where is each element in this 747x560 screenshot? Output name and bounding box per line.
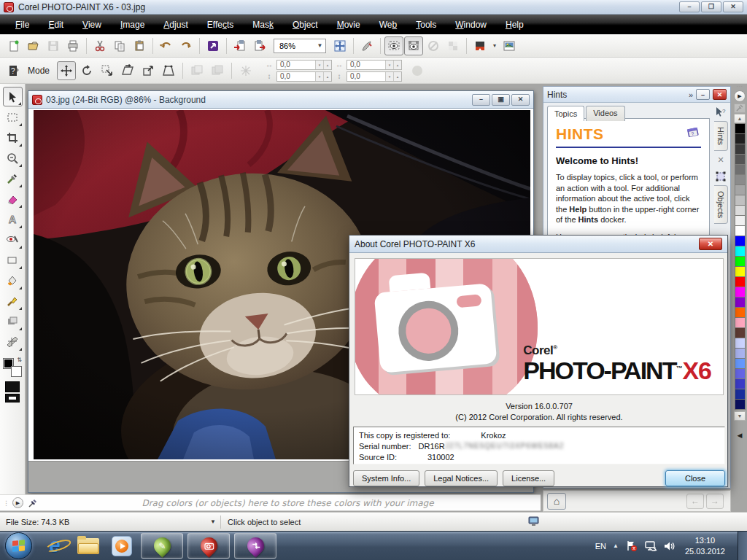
copy-icon[interactable] — [110, 36, 129, 55]
color-swatch[interactable] — [735, 246, 746, 257]
chevron-down-icon[interactable]: ▼ — [314, 39, 325, 52]
about-close-icon[interactable]: ✕ — [699, 238, 722, 250]
color-swatch[interactable] — [735, 276, 746, 287]
rectangle-shape-tool[interactable] — [3, 250, 23, 270]
tray-clock[interactable]: 13:10 25.03.2012 — [685, 535, 725, 556]
taskbar-explorer-icon[interactable] — [71, 532, 105, 560]
status-dropdown-icon[interactable]: ▼ — [210, 518, 216, 525]
color-swatch[interactable] — [735, 297, 746, 308]
apply-duplicate-icon[interactable] — [208, 61, 227, 80]
hints-docker-titlebar[interactable]: Hints » – ✕ — [543, 87, 730, 103]
color-swatch[interactable] — [735, 266, 746, 277]
restore-button[interactable]: ❐ — [701, 1, 721, 12]
menu-mask[interactable]: Mask — [243, 16, 283, 34]
zoom-fit-icon[interactable] — [330, 36, 349, 55]
eyedropper-tool[interactable] — [3, 168, 23, 188]
anchor-point-icon[interactable] — [236, 61, 255, 80]
palette-options-icon[interactable]: ▶ — [734, 90, 746, 102]
eraser-tool[interactable] — [3, 189, 23, 209]
perspective-mode-icon[interactable] — [159, 61, 178, 80]
rotate-mode-icon[interactable] — [77, 61, 96, 80]
show-object-marquee-icon[interactable] — [404, 36, 423, 55]
about-dialog-titlebar[interactable]: About Corel PHOTO-PAINT X6 ✕ — [349, 236, 727, 253]
language-indicator[interactable]: EN — [595, 542, 606, 551]
paper-color-swatch[interactable] — [5, 394, 20, 402]
pick-tool[interactable] — [3, 87, 23, 106]
position-x-field[interactable]: 0,0▾▴ — [276, 60, 332, 70]
color-swatch[interactable] — [735, 348, 746, 359]
translate-mode-icon[interactable] — [57, 61, 76, 80]
system-info-button[interactable]: System Info... — [353, 470, 419, 486]
menu-edit[interactable]: Edit — [39, 16, 73, 34]
menu-object[interactable]: Object — [283, 16, 328, 34]
paste-icon[interactable] — [130, 36, 149, 55]
color-swatch[interactable] — [735, 307, 746, 318]
color-swatch[interactable] — [735, 256, 746, 267]
apply-transform-icon[interactable] — [187, 61, 206, 80]
position-y-field[interactable]: 0,0▾▴ — [276, 71, 332, 82]
tab-videos[interactable]: Videos — [586, 106, 624, 121]
search-content-icon[interactable] — [204, 36, 222, 55]
color-swatch[interactable] — [735, 287, 746, 298]
volume-icon[interactable] — [664, 541, 676, 551]
color-swatch[interactable] — [735, 236, 746, 246]
menu-image[interactable]: Image — [111, 16, 154, 34]
undo-icon[interactable] — [157, 36, 176, 55]
vtab-objects[interactable]: Objects — [714, 185, 728, 224]
back-icon[interactable]: ← — [686, 494, 704, 509]
minimize-button[interactable]: – — [679, 1, 700, 12]
vtab-close-icon[interactable]: ✕ — [717, 155, 724, 165]
display-settings-icon[interactable] — [528, 516, 539, 526]
clear-mask-icon[interactable] — [444, 36, 462, 55]
color-swatch[interactable] — [735, 389, 746, 400]
network-icon[interactable] — [644, 541, 657, 551]
menu-view[interactable]: View — [73, 16, 111, 34]
skew-mode-icon[interactable] — [118, 61, 137, 80]
paint-tool[interactable] — [3, 291, 23, 311]
taskbar-ie-icon[interactable]: e — [38, 532, 71, 560]
position-mode-icon[interactable] — [98, 61, 117, 80]
menu-window[interactable]: Window — [446, 16, 496, 34]
menu-adjust[interactable]: Adjust — [154, 16, 197, 34]
launch-icon[interactable] — [357, 36, 376, 55]
color-swatch[interactable] — [735, 164, 746, 175]
size-w-field[interactable]: 0,0▾▴ — [347, 60, 402, 70]
invert-mask-icon[interactable] — [424, 36, 443, 55]
legal-notices-button[interactable]: Legal Notices... — [425, 470, 498, 486]
license-button[interactable]: License... — [503, 470, 554, 486]
eyedropper-pin-icon[interactable] — [28, 498, 38, 508]
color-swatch[interactable] — [735, 399, 746, 410]
import-icon[interactable] — [231, 36, 249, 55]
scale-mode-icon[interactable] — [139, 61, 158, 80]
color-swatch[interactable] — [735, 317, 746, 328]
redo-icon[interactable] — [177, 36, 196, 55]
taskbar-connect-button[interactable] — [234, 533, 276, 559]
start-button[interactable] — [5, 532, 32, 559]
tab-topics[interactable]: Topics — [547, 106, 584, 121]
hidden-icons-chevron[interactable]: ▲ — [613, 542, 619, 549]
taskbar-media-player-icon[interactable] — [105, 532, 139, 560]
zoom-tool[interactable] — [3, 148, 23, 168]
color-swatch[interactable] — [735, 378, 746, 389]
open-icon[interactable] — [24, 36, 43, 55]
palette-drag-handle[interactable]: ⋯ — [737, 85, 743, 89]
menu-effects[interactable]: Effects — [198, 16, 244, 34]
action-center-icon[interactable] — [625, 540, 638, 551]
drag-handle[interactable]: ⋮ — [3, 499, 10, 507]
doc-close-button[interactable]: ✕ — [511, 94, 530, 106]
color-swatch[interactable] — [735, 174, 746, 185]
docker-close-button[interactable]: ✕ — [713, 89, 727, 100]
color-swatch[interactable] — [735, 133, 746, 144]
palette-scroll-up[interactable]: ▲ — [734, 114, 746, 123]
color-swatch[interactable] — [735, 123, 746, 134]
menu-web[interactable]: Web — [370, 16, 406, 34]
about-close-button[interactable]: Close — [665, 470, 725, 486]
object-transparency-tool[interactable] — [3, 311, 23, 331]
print-icon[interactable] — [63, 36, 82, 55]
home-icon[interactable]: ⌂ — [547, 493, 566, 510]
vtab-hints[interactable]: Hints — [714, 121, 728, 151]
size-h-field[interactable]: 0,0▾▴ — [347, 71, 402, 82]
paint-paper-swatches[interactable] — [5, 381, 20, 402]
palette-expand-icon[interactable]: ◀ — [738, 432, 743, 439]
antialias-toggle-icon[interactable] — [412, 66, 422, 76]
